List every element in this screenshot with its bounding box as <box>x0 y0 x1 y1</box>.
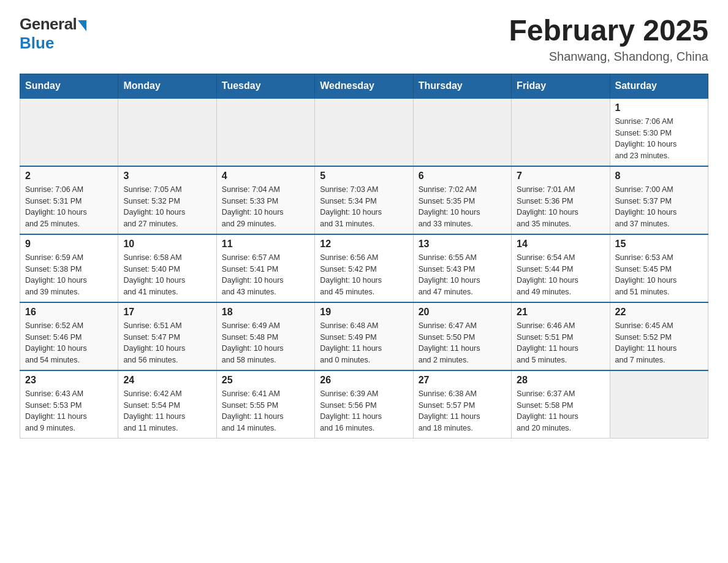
day-info: Sunrise: 7:01 AM Sunset: 5:36 PM Dayligh… <box>517 184 604 230</box>
day-number: 3 <box>123 170 211 182</box>
calendar-cell: 6Sunrise: 7:02 AM Sunset: 5:35 PM Daylig… <box>413 166 511 234</box>
calendar-cell: 13Sunrise: 6:55 AM Sunset: 5:43 PM Dayli… <box>413 234 511 302</box>
calendar-cell: 14Sunrise: 6:54 AM Sunset: 5:44 PM Dayli… <box>512 234 610 302</box>
calendar-cell: 24Sunrise: 6:42 AM Sunset: 5:54 PM Dayli… <box>118 370 216 439</box>
day-info: Sunrise: 6:55 AM Sunset: 5:43 PM Dayligh… <box>419 252 506 298</box>
calendar-subtitle: Shanwang, Shandong, China <box>509 50 708 64</box>
calendar-cell: 17Sunrise: 6:51 AM Sunset: 5:47 PM Dayli… <box>118 302 216 370</box>
day-info: Sunrise: 6:58 AM Sunset: 5:40 PM Dayligh… <box>123 252 211 298</box>
calendar-cell: 27Sunrise: 6:38 AM Sunset: 5:57 PM Dayli… <box>413 370 511 439</box>
day-number: 22 <box>615 307 703 318</box>
calendar-cell: 10Sunrise: 6:58 AM Sunset: 5:40 PM Dayli… <box>118 234 216 302</box>
day-of-week-header: Friday <box>512 74 610 98</box>
day-number: 4 <box>222 170 309 182</box>
calendar-cell: 2Sunrise: 7:06 AM Sunset: 5:31 PM Daylig… <box>20 166 118 234</box>
calendar-cell: 16Sunrise: 6:52 AM Sunset: 5:46 PM Dayli… <box>20 302 118 370</box>
day-info: Sunrise: 7:06 AM Sunset: 5:31 PM Dayligh… <box>25 184 113 230</box>
day-info: Sunrise: 6:54 AM Sunset: 5:44 PM Dayligh… <box>517 252 604 298</box>
page-header: General Blue February 2025 Shanwang, Sha… <box>20 15 708 64</box>
day-info: Sunrise: 6:43 AM Sunset: 5:53 PM Dayligh… <box>25 388 113 434</box>
calendar-cell: 25Sunrise: 6:41 AM Sunset: 5:55 PM Dayli… <box>216 370 314 439</box>
day-of-week-header: Wednesday <box>315 74 413 98</box>
calendar-cell: 19Sunrise: 6:48 AM Sunset: 5:49 PM Dayli… <box>315 302 413 370</box>
day-number: 24 <box>123 375 211 386</box>
day-info: Sunrise: 7:03 AM Sunset: 5:34 PM Dayligh… <box>320 184 408 230</box>
calendar-cell <box>315 98 413 166</box>
day-number: 5 <box>320 170 408 182</box>
calendar-cell: 23Sunrise: 6:43 AM Sunset: 5:53 PM Dayli… <box>20 370 118 439</box>
calendar-cell: 9Sunrise: 6:59 AM Sunset: 5:38 PM Daylig… <box>20 234 118 302</box>
day-info: Sunrise: 6:42 AM Sunset: 5:54 PM Dayligh… <box>123 388 211 434</box>
logo-blue-text: Blue <box>20 34 54 53</box>
header-row: SundayMondayTuesdayWednesdayThursdayFrid… <box>20 74 708 98</box>
day-of-week-header: Monday <box>118 74 216 98</box>
calendar-cell <box>512 98 610 166</box>
day-number: 14 <box>517 239 604 250</box>
day-of-week-header: Saturday <box>610 74 708 98</box>
calendar-cell: 21Sunrise: 6:46 AM Sunset: 5:51 PM Dayli… <box>512 302 610 370</box>
week-row: 23Sunrise: 6:43 AM Sunset: 5:53 PM Dayli… <box>20 370 708 439</box>
week-row: 2Sunrise: 7:06 AM Sunset: 5:31 PM Daylig… <box>20 166 708 234</box>
day-info: Sunrise: 7:04 AM Sunset: 5:33 PM Dayligh… <box>222 184 309 230</box>
day-number: 25 <box>222 375 309 386</box>
day-number: 16 <box>25 307 113 318</box>
calendar-cell: 4Sunrise: 7:04 AM Sunset: 5:33 PM Daylig… <box>216 166 314 234</box>
day-info: Sunrise: 6:59 AM Sunset: 5:38 PM Dayligh… <box>25 252 113 298</box>
calendar-cell: 3Sunrise: 7:05 AM Sunset: 5:32 PM Daylig… <box>118 166 216 234</box>
calendar-cell <box>20 98 118 166</box>
day-number: 6 <box>419 170 506 182</box>
calendar-cell: 8Sunrise: 7:00 AM Sunset: 5:37 PM Daylig… <box>610 166 708 234</box>
day-number: 28 <box>517 375 604 386</box>
day-number: 15 <box>615 239 703 250</box>
day-number: 2 <box>25 170 113 182</box>
day-of-week-header: Tuesday <box>216 74 314 98</box>
day-number: 12 <box>320 239 408 250</box>
day-info: Sunrise: 6:51 AM Sunset: 5:47 PM Dayligh… <box>123 320 211 366</box>
day-of-week-header: Sunday <box>20 74 118 98</box>
title-section: February 2025 Shanwang, Shandong, China <box>509 15 708 64</box>
calendar-title: February 2025 <box>509 15 708 47</box>
day-info: Sunrise: 6:38 AM Sunset: 5:57 PM Dayligh… <box>419 388 506 434</box>
day-info: Sunrise: 6:56 AM Sunset: 5:42 PM Dayligh… <box>320 252 408 298</box>
day-info: Sunrise: 6:52 AM Sunset: 5:46 PM Dayligh… <box>25 320 113 366</box>
day-number: 23 <box>25 375 113 386</box>
day-info: Sunrise: 6:46 AM Sunset: 5:51 PM Dayligh… <box>517 320 604 366</box>
week-row: 9Sunrise: 6:59 AM Sunset: 5:38 PM Daylig… <box>20 234 708 302</box>
day-info: Sunrise: 6:47 AM Sunset: 5:50 PM Dayligh… <box>419 320 506 366</box>
day-info: Sunrise: 7:05 AM Sunset: 5:32 PM Dayligh… <box>123 184 211 230</box>
calendar-cell: 7Sunrise: 7:01 AM Sunset: 5:36 PM Daylig… <box>512 166 610 234</box>
day-number: 11 <box>222 239 309 250</box>
calendar-cell <box>216 98 314 166</box>
calendar-cell: 15Sunrise: 6:53 AM Sunset: 5:45 PM Dayli… <box>610 234 708 302</box>
day-number: 19 <box>320 307 408 318</box>
day-number: 17 <box>123 307 211 318</box>
day-info: Sunrise: 6:48 AM Sunset: 5:49 PM Dayligh… <box>320 320 408 366</box>
day-number: 27 <box>419 375 506 386</box>
logo-general-text: General <box>20 15 77 34</box>
day-number: 1 <box>615 102 703 113</box>
week-row: 16Sunrise: 6:52 AM Sunset: 5:46 PM Dayli… <box>20 302 708 370</box>
day-of-week-header: Thursday <box>413 74 511 98</box>
day-number: 18 <box>222 307 309 318</box>
day-number: 9 <box>25 239 113 250</box>
calendar-cell: 12Sunrise: 6:56 AM Sunset: 5:42 PM Dayli… <box>315 234 413 302</box>
calendar-cell: 1Sunrise: 7:06 AM Sunset: 5:30 PM Daylig… <box>610 98 708 166</box>
day-number: 20 <box>419 307 506 318</box>
day-info: Sunrise: 6:41 AM Sunset: 5:55 PM Dayligh… <box>222 388 309 434</box>
calendar-cell: 22Sunrise: 6:45 AM Sunset: 5:52 PM Dayli… <box>610 302 708 370</box>
day-number: 8 <box>615 170 703 182</box>
calendar-cell: 11Sunrise: 6:57 AM Sunset: 5:41 PM Dayli… <box>216 234 314 302</box>
day-number: 21 <box>517 307 604 318</box>
calendar-cell: 18Sunrise: 6:49 AM Sunset: 5:48 PM Dayli… <box>216 302 314 370</box>
day-info: Sunrise: 6:57 AM Sunset: 5:41 PM Dayligh… <box>222 252 309 298</box>
calendar-cell: 20Sunrise: 6:47 AM Sunset: 5:50 PM Dayli… <box>413 302 511 370</box>
day-info: Sunrise: 6:39 AM Sunset: 5:56 PM Dayligh… <box>320 388 408 434</box>
day-info: Sunrise: 6:45 AM Sunset: 5:52 PM Dayligh… <box>615 320 703 366</box>
day-info: Sunrise: 6:37 AM Sunset: 5:58 PM Dayligh… <box>517 388 604 434</box>
day-info: Sunrise: 6:53 AM Sunset: 5:45 PM Dayligh… <box>615 252 703 298</box>
week-row: 1Sunrise: 7:06 AM Sunset: 5:30 PM Daylig… <box>20 98 708 166</box>
day-number: 26 <box>320 375 408 386</box>
calendar-cell: 28Sunrise: 6:37 AM Sunset: 5:58 PM Dayli… <box>512 370 610 439</box>
day-info: Sunrise: 7:02 AM Sunset: 5:35 PM Dayligh… <box>419 184 506 230</box>
calendar-cell: 26Sunrise: 6:39 AM Sunset: 5:56 PM Dayli… <box>315 370 413 439</box>
